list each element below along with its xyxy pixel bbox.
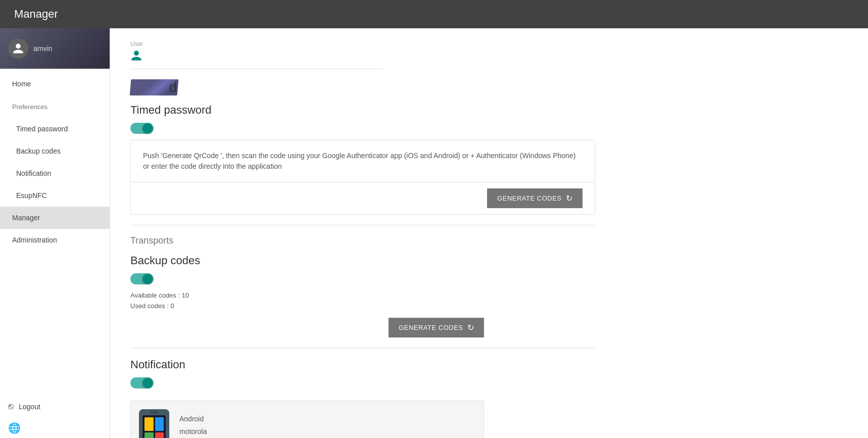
user-icon xyxy=(130,50,142,65)
layout: amvin Home Preferences Timed password Ba… xyxy=(0,28,868,438)
timed-password-footer: GENERATE CODES ↻ xyxy=(131,182,595,214)
sidebar-item-backup-codes-label: Backup codes xyxy=(16,147,61,155)
avatar xyxy=(8,38,28,59)
sidebar-item-administration[interactable]: Administration xyxy=(0,229,110,251)
timed-password-info-box: Push 'Generate QrCode ', then scan the c… xyxy=(130,140,595,215)
device-screen xyxy=(142,415,166,438)
device-icon xyxy=(139,409,169,438)
sidebar-item-preferences-label: Preferences xyxy=(12,103,47,111)
notification-toggle-track xyxy=(130,377,154,388)
app-tile-green xyxy=(144,432,154,438)
available-codes: Available codes : 10 xyxy=(130,290,595,301)
notification-toggle[interactable] xyxy=(130,377,154,388)
device-notch xyxy=(150,411,158,413)
sidebar-item-home[interactable]: Home xyxy=(0,73,110,95)
backup-refresh-icon: ↻ xyxy=(467,323,474,332)
device-card: Android motorola moto g(30) xyxy=(130,401,484,438)
globe-icon: 🌐 xyxy=(8,422,21,433)
timed-password-info-text: Push 'Generate QrCode ', then scan the c… xyxy=(131,140,595,182)
sidebar-item-backup-codes[interactable]: Backup codes xyxy=(0,140,110,162)
sidebar-item-timed-password[interactable]: Timed password xyxy=(0,118,110,140)
sidebar-item-manager[interactable]: Manager xyxy=(0,207,110,229)
content-area: User ••••••••d d Timed password Push xyxy=(110,28,615,438)
timed-password-toggle[interactable] xyxy=(130,123,154,134)
backup-codes-generate-label: GENERATE CODES xyxy=(399,324,463,331)
toggle-track xyxy=(130,123,154,134)
topbar-title: Manager xyxy=(14,8,58,21)
backup-codes-toggle-track xyxy=(130,273,154,284)
device-brand: Android xyxy=(179,413,214,425)
section-divider-1 xyxy=(130,225,595,225)
backup-codes-generate-btn[interactable]: GENERATE CODES ↻ xyxy=(389,318,484,337)
logout-icon: ⎋ xyxy=(8,401,14,412)
backup-codes-stats: Available codes : 10 Used codes : 0 xyxy=(130,290,595,312)
sidebar-nav: Home Preferences Timed password Backup c… xyxy=(0,69,110,395)
sidebar-profile: amvin xyxy=(0,28,110,69)
user-field-label: User xyxy=(130,40,595,47)
sidebar-item-notification-label: Notification xyxy=(16,169,51,177)
sidebar-item-esupnfc-label: EsupNFC xyxy=(16,191,47,200)
used-codes: Used codes : 0 xyxy=(130,301,595,312)
sidebar-username: amvin xyxy=(33,44,52,53)
toggle-thumb xyxy=(142,123,153,133)
sidebar-item-home-label: Home xyxy=(12,80,31,88)
backup-codes-toggle-thumb xyxy=(142,274,153,284)
app-tile-blue xyxy=(155,417,164,431)
sidebar-item-manager-label: Manager xyxy=(12,214,40,222)
device-info: Android motorola moto g(30) xyxy=(179,413,214,438)
section-divider-2 xyxy=(130,348,595,348)
redacted-username: ••••••••d d xyxy=(130,79,178,95)
notification-title: Notification xyxy=(130,358,595,371)
timed-password-generate-label: GENERATE CODES xyxy=(497,194,561,202)
sidebar-item-administration-label: Administration xyxy=(12,236,57,244)
app-tile-yellow xyxy=(144,417,154,431)
timed-password-title: Timed password xyxy=(130,104,595,117)
sidebar-item-esupnfc[interactable]: EsupNFC xyxy=(0,184,110,207)
topbar: Manager xyxy=(0,0,868,28)
refresh-icon: ↻ xyxy=(566,193,573,203)
backup-codes-btn-row: GENERATE CODES ↻ xyxy=(130,318,484,337)
user-field-row xyxy=(130,50,383,69)
sidebar-item-timed-password-label: Timed password xyxy=(16,125,68,133)
timed-password-generate-btn[interactable]: GENERATE CODES ↻ xyxy=(487,188,583,208)
main-content: User ••••••••d d Timed password Push xyxy=(110,28,868,438)
notification-toggle-thumb xyxy=(142,378,153,388)
device-make: motorola xyxy=(179,425,214,438)
sidebar-item-notification[interactable]: Notification xyxy=(0,162,110,184)
logout-label: Logout xyxy=(19,403,40,411)
sidebar: amvin Home Preferences Timed password Ba… xyxy=(0,28,110,438)
language-button[interactable]: 🌐 xyxy=(0,418,110,438)
transports-title: Transports xyxy=(130,235,595,246)
app-tile-red xyxy=(155,432,164,438)
backup-codes-title: Backup codes xyxy=(130,254,595,267)
backup-codes-toggle[interactable] xyxy=(130,273,154,284)
logout-button[interactable]: ⎋ Logout xyxy=(0,395,110,418)
sidebar-item-preferences: Preferences xyxy=(0,95,110,118)
